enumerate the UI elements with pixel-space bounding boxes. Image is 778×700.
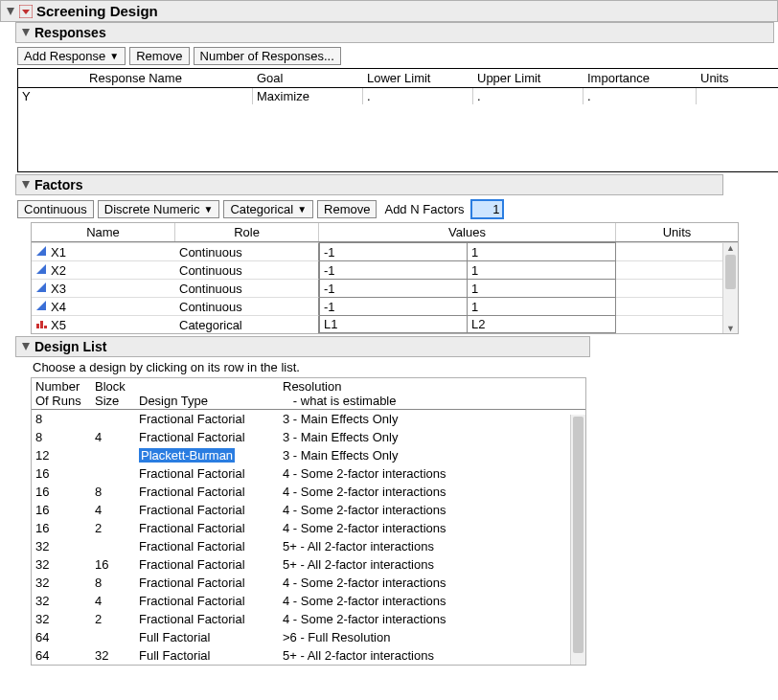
design-block: 32 [91, 648, 135, 663]
design-list-scrollbar[interactable] [570, 415, 585, 665]
design-row[interactable]: 32Fractional Factorial5+ - All 2-factor … [32, 537, 585, 555]
factor-name-cell[interactable]: X1 [32, 242, 175, 260]
main-header: Screening Design [0, 0, 778, 22]
factor-role-cell[interactable]: Continuous [175, 297, 319, 315]
design-row[interactable]: 64Full Factorial>6 - Full Resolution [32, 628, 585, 646]
factor-role-cell[interactable]: Continuous [175, 260, 319, 279]
design-type-cell: Fractional Factorial [135, 539, 279, 553]
design-row[interactable]: 328Fractional Factorial4 - Some 2-factor… [32, 574, 585, 592]
design-type: Fractional Factorial [139, 539, 245, 553]
factor-role-cell[interactable]: Continuous [175, 279, 319, 297]
factor-value-high-cell[interactable]: 1 [468, 260, 616, 279]
design-row[interactable]: 322Fractional Factorial4 - Some 2-factor… [32, 610, 585, 628]
design-row[interactable]: 12Plackett-Burman3 - Main Effects Only [32, 446, 585, 464]
design-row[interactable]: 164Fractional Factorial4 - Some 2-factor… [32, 501, 585, 519]
svg-marker-7 [36, 282, 46, 292]
factor-name: X3 [51, 282, 66, 296]
svg-marker-5 [36, 246, 46, 256]
discrete-numeric-button[interactable]: Discrete Numeric ▼ [98, 200, 220, 218]
factor-name-cell[interactable]: X3 [32, 279, 175, 297]
col-name: Name [32, 223, 175, 241]
factor-row[interactable]: X5CategoricalL1L2 [32, 315, 738, 333]
design-block: 8 [91, 576, 135, 590]
design-block: 4 [91, 594, 135, 608]
design-row[interactable]: 6432Full Factorial5+ - All 2-factor inte… [32, 646, 585, 665]
col-lower-limit: Lower Limit [363, 69, 473, 87]
design-row[interactable]: 8Fractional Factorial3 - Main Effects On… [32, 410, 585, 428]
response-cell-units[interactable] [697, 88, 778, 104]
disclosure-icon[interactable] [5, 7, 15, 16]
factor-value-low-cell[interactable]: -1 [319, 297, 468, 315]
factor-row[interactable]: X1Continuous-11 [32, 242, 738, 260]
design-runs: 16 [32, 466, 91, 481]
factor-units-cell[interactable] [616, 279, 738, 297]
factor-value-low-cell[interactable]: -1 [319, 242, 468, 260]
scroll-up-icon[interactable]: ▲ [726, 243, 735, 253]
factor-units-cell[interactable] [616, 242, 738, 260]
response-row[interactable]: YMaximize... [18, 88, 778, 104]
factor-row[interactable]: X2Continuous-11 [32, 260, 738, 279]
factor-name-cell[interactable]: X5 [32, 315, 175, 333]
design-runs: 8 [32, 430, 91, 444]
response-cell-upper[interactable]: . [473, 88, 584, 104]
factors-scrollbar[interactable]: ▲ ▼ [722, 243, 738, 333]
continuous-icon [35, 300, 47, 314]
responses-table-head: Response Name Goal Lower Limit Upper Lim… [18, 69, 778, 88]
factors-toolbar: Continuous Discrete Numeric ▼ Categorica… [15, 195, 778, 222]
disclosure-icon[interactable] [20, 342, 31, 351]
scroll-down-icon[interactable]: ▼ [726, 324, 735, 333]
design-runs: 64 [32, 630, 91, 644]
factor-units-cell[interactable] [616, 297, 738, 315]
design-resolution: >6 - Full Resolution [279, 630, 585, 644]
factor-value-low-cell[interactable]: -1 [319, 260, 468, 279]
remove-response-button[interactable]: Remove [129, 47, 189, 65]
factor-value-high-cell[interactable]: L2 [468, 315, 616, 333]
design-resolution: 3 - Main Effects Only [279, 430, 585, 444]
factors-table: Name Role Values Units X1Continuous-11X2… [31, 222, 739, 334]
design-runs: 32 [32, 612, 91, 626]
disclosure-icon[interactable] [20, 180, 31, 190]
design-row[interactable]: 324Fractional Factorial4 - Some 2-factor… [32, 592, 585, 610]
response-cell-name[interactable]: Y [18, 88, 253, 104]
design-row[interactable]: 3216Fractional Factorial5+ - All 2-facto… [32, 555, 585, 574]
design-row[interactable]: 162Fractional Factorial4 - Some 2-factor… [32, 519, 585, 537]
factor-value-high-cell[interactable]: 1 [468, 242, 616, 260]
design-type-cell: Fractional Factorial [135, 557, 279, 572]
design-type-cell: Plackett-Burman [135, 448, 279, 463]
design-type: Fractional Factorial [139, 466, 245, 481]
factor-row[interactable]: X4Continuous-11 [32, 297, 738, 315]
factor-row[interactable]: X3Continuous-11 [32, 279, 738, 297]
design-row[interactable]: 16Fractional Factorial4 - Some 2-factor … [32, 464, 585, 483]
response-cell-lower[interactable]: . [363, 88, 473, 104]
disclosure-icon[interactable] [20, 28, 31, 37]
design-resolution: 5+ - All 2-factor interactions [279, 648, 585, 663]
factor-value-high-cell[interactable]: 1 [468, 279, 616, 297]
add-response-button[interactable]: Add Response ▼ [17, 47, 126, 65]
design-type: Full Factorial [139, 630, 210, 644]
response-cell-importance[interactable]: . [584, 88, 697, 104]
factor-role-cell[interactable]: Categorical [175, 315, 319, 333]
factor-units-cell[interactable] [616, 315, 738, 333]
categorical-button[interactable]: Categorical ▼ [223, 200, 313, 218]
number-of-responses-button[interactable]: Number of Responses... [194, 47, 341, 65]
svg-marker-0 [7, 8, 14, 15]
redmenu-icon[interactable] [19, 5, 33, 18]
add-n-factors-label: Add N Factors [380, 202, 466, 216]
col-upper-limit: Upper Limit [473, 69, 584, 87]
factor-value-low-cell[interactable]: -1 [319, 279, 468, 297]
design-list-intro: Choose a design by clicking on its row i… [31, 357, 606, 377]
continuous-button[interactable]: Continuous [17, 200, 94, 218]
add-n-factors-input[interactable] [470, 199, 504, 219]
factor-role-cell[interactable]: Continuous [175, 242, 319, 260]
factor-value-low-cell[interactable]: L1 [319, 315, 468, 333]
remove-factor-button[interactable]: Remove [317, 200, 377, 218]
factor-name-cell[interactable]: X4 [32, 297, 175, 315]
factor-name-cell[interactable]: X2 [32, 260, 175, 279]
svg-marker-2 [22, 10, 30, 14]
factor-units-cell[interactable] [616, 260, 738, 279]
design-row[interactable]: 84Fractional Factorial3 - Main Effects O… [32, 428, 585, 446]
response-cell-goal[interactable]: Maximize [253, 88, 363, 104]
factor-value-high-cell[interactable]: 1 [468, 297, 616, 315]
design-row[interactable]: 168Fractional Factorial4 - Some 2-factor… [32, 483, 585, 501]
discrete-label: Discrete Numeric [104, 202, 200, 216]
